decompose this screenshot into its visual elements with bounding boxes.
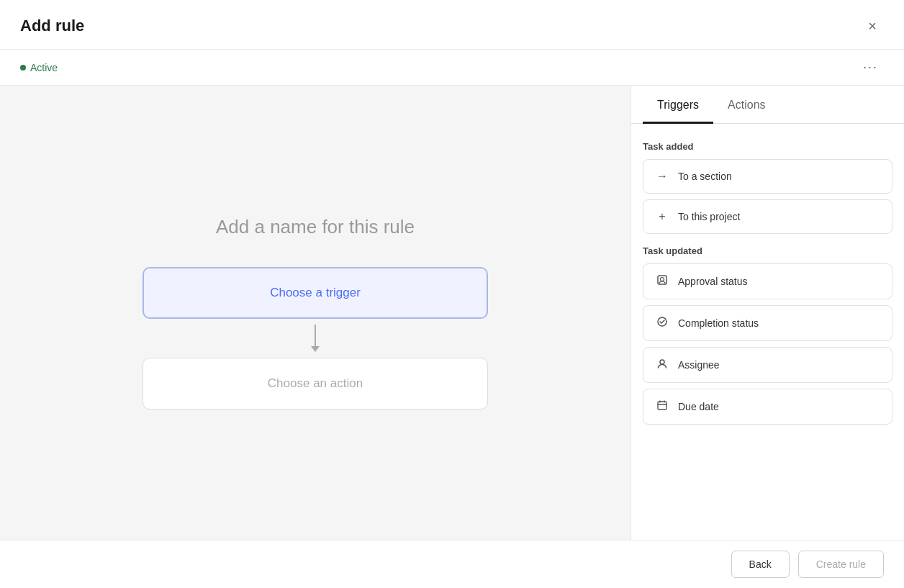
assignee-icon (655, 358, 669, 372)
task-updated-label: Task updated (643, 245, 892, 256)
modal-header: Add rule × (0, 0, 904, 50)
add-rule-modal: Add rule × Active ··· Add a name for thi… (0, 0, 904, 588)
trigger-assignee[interactable]: Assignee (643, 347, 892, 383)
to-a-section-label: To a section (678, 171, 732, 182)
arrow-right-icon: → (655, 170, 669, 183)
task-updated-section: Task updated Approval status (643, 245, 892, 425)
main-area: Add a name for this rule Choose a trigge… (0, 86, 630, 540)
completion-icon (655, 316, 669, 330)
right-panel: Triggers Actions Task added → To a secti… (630, 86, 904, 540)
create-rule-button[interactable]: Create rule (798, 551, 884, 578)
action-box-label: Choose an action (268, 376, 363, 391)
calendar-icon (655, 399, 669, 414)
action-box[interactable]: Choose an action (143, 358, 488, 410)
svg-rect-4 (658, 402, 666, 410)
panel-content: Task added → To a section + To this proj… (631, 124, 904, 540)
modal-title: Add rule (20, 17, 84, 35)
completion-status-label: Completion status (678, 317, 759, 329)
status-bar: Active ··· (0, 50, 904, 86)
rule-name-heading: Add a name for this rule (216, 216, 415, 238)
close-button[interactable]: × (861, 14, 884, 37)
svg-point-3 (660, 360, 664, 364)
back-button[interactable]: Back (731, 551, 790, 578)
arrow-connector (311, 319, 320, 358)
more-options-button[interactable]: ··· (857, 57, 884, 78)
trigger-to-a-section[interactable]: → To a section (643, 159, 892, 194)
tab-triggers[interactable]: Triggers (643, 86, 713, 124)
due-date-label: Due date (678, 401, 719, 412)
arrow-head-icon (311, 346, 320, 352)
task-added-label: Task added (643, 141, 892, 152)
to-this-project-label: To this project (678, 211, 740, 222)
trigger-box[interactable]: Choose a trigger (143, 267, 488, 319)
status-badge: Active (20, 62, 58, 73)
plus-icon: + (655, 210, 669, 223)
svg-point-1 (661, 278, 664, 281)
status-dot-icon (20, 65, 26, 71)
trigger-due-date[interactable]: Due date (643, 389, 892, 425)
assignee-label: Assignee (678, 359, 720, 371)
tab-actions[interactable]: Actions (713, 86, 779, 124)
trigger-approval-status[interactable]: Approval status (643, 263, 892, 299)
flow-container: Choose a trigger Choose an action (143, 267, 488, 410)
modal-body: Add a name for this rule Choose a trigge… (0, 86, 904, 540)
arrow-line (315, 325, 316, 346)
status-label: Active (30, 62, 58, 73)
trigger-to-this-project[interactable]: + To this project (643, 199, 892, 234)
approval-icon (655, 274, 669, 289)
panel-tabs: Triggers Actions (631, 86, 904, 124)
approval-status-label: Approval status (678, 276, 748, 287)
trigger-box-label: Choose a trigger (270, 286, 361, 300)
trigger-completion-status[interactable]: Completion status (643, 305, 892, 341)
modal-footer: Back Create rule (0, 540, 904, 588)
task-added-section: Task added → To a section + To this proj… (643, 141, 892, 234)
